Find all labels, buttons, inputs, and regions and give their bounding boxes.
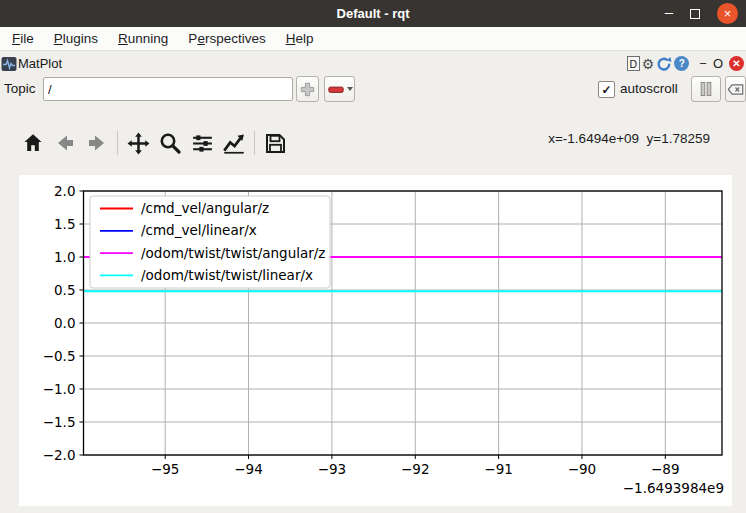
y-tick-label: −0.5 (43, 348, 76, 364)
legend-label: /odom/twist/twist/linear/x (141, 267, 313, 283)
plugin-minimize-button[interactable]: − (699, 56, 707, 71)
matplot-plugin-header: MatPlot D ⚙ ? − O ✕ (0, 52, 746, 75)
topic-input[interactable] (43, 77, 293, 101)
waveform-icon (1, 56, 17, 72)
magnifier-icon (158, 131, 182, 155)
menu-running[interactable]: Running (108, 31, 178, 46)
sliders-icon (190, 131, 215, 156)
titlebar[interactable]: Default - rqt – × (0, 0, 746, 27)
legend-label: /odom/twist/twist/angular/z (141, 245, 325, 261)
clear-button[interactable] (725, 76, 746, 102)
save-button[interactable] (260, 128, 290, 158)
y-tick-label: 0.5 (54, 282, 75, 298)
y-tick-label: 2.0 (54, 183, 75, 199)
home-icon (21, 131, 45, 155)
pause-icon (698, 81, 714, 97)
plugin-dock-button[interactable]: D (627, 56, 640, 71)
plot-canvas[interactable]: −95−94−93−92−91−90−892.01.51.00.50.0−0.5… (19, 175, 732, 506)
menu-file[interactable]: File (2, 31, 44, 46)
y-tick-label: −1.0 (43, 381, 76, 397)
window-maximize-button[interactable] (690, 9, 700, 19)
y-tick-label: 1.0 (54, 249, 75, 265)
reload-icon[interactable] (656, 56, 672, 72)
autoscroll-label: autoscroll (620, 81, 678, 96)
chevron-down-icon (347, 87, 353, 91)
window-close-button[interactable]: × (717, 3, 738, 24)
plus-icon (298, 80, 317, 99)
pan-button[interactable] (123, 128, 153, 158)
x-tick-label: −90 (568, 461, 597, 477)
window-title: Default - rqt (0, 0, 746, 27)
forward-button[interactable] (82, 128, 112, 158)
back-button[interactable] (50, 128, 80, 158)
legend-label: /cmd_vel/linear/x (141, 222, 257, 238)
move-icon (126, 131, 151, 156)
menubar: File Plugins Running Perspectives Help (0, 27, 746, 51)
menu-help[interactable]: Help (276, 31, 324, 46)
home-button[interactable] (18, 128, 48, 158)
add-topic-button[interactable] (296, 76, 319, 102)
y-tick-label: −1.5 (43, 414, 76, 430)
legend: /cmd_vel/angular/z/cmd_vel/linear/x/odom… (90, 196, 330, 288)
y-tick-label: 1.5 (54, 216, 75, 232)
backspace-icon (727, 83, 744, 96)
legend-label: /cmd_vel/angular/z (141, 200, 269, 216)
y-tick-label: 0.0 (54, 315, 75, 331)
x-tick-label: −94 (234, 461, 263, 477)
cursor-coordinates: x=-1.6494e+09 y=1.78259 (548, 131, 710, 146)
autoscroll-checkbox[interactable]: ✓ (598, 81, 615, 98)
remove-topic-button[interactable] (324, 76, 355, 102)
floppy-icon (263, 131, 287, 155)
window-minimize-button[interactable]: – (665, 7, 673, 17)
line-chart-icon (221, 130, 247, 156)
zoom-button[interactable] (155, 128, 185, 158)
gear-icon[interactable]: ⚙ (642, 57, 655, 71)
pause-button[interactable] (691, 76, 721, 102)
plugin-close-button[interactable]: ✕ (729, 56, 744, 71)
figure: −95−94−93−92−91−90−892.01.51.00.50.0−0.5… (19, 175, 732, 506)
menu-plugins[interactable]: Plugins (44, 31, 108, 46)
toolbar-separator (117, 131, 118, 155)
plugin-title: MatPlot (18, 56, 62, 71)
mpl-toolbar (18, 127, 292, 159)
x-tick-label: −95 (151, 461, 180, 477)
x-tick-label: −91 (484, 461, 513, 477)
toolbar-separator (254, 131, 255, 155)
topic-label: Topic (4, 81, 36, 96)
minus-icon (327, 80, 346, 99)
menu-perspectives[interactable]: Perspectives (178, 31, 275, 46)
x-tick-label: −89 (651, 461, 680, 477)
arrow-right-icon (85, 131, 109, 155)
y-tick-label: −2.0 (43, 447, 76, 463)
x-tick-label: −92 (401, 461, 430, 477)
x-offset-label: −1.6493984e9 (623, 480, 724, 496)
topic-bar: Topic ✓ autoscroll (0, 76, 746, 104)
subplots-button[interactable] (187, 128, 217, 158)
rqt-window: Default - rqt – × File Plugins Running P… (0, 0, 746, 513)
customize-button[interactable] (219, 128, 249, 158)
help-icon[interactable]: ? (674, 56, 689, 71)
plugin-float-button[interactable]: O (713, 56, 723, 71)
arrow-left-icon (53, 131, 77, 155)
x-tick-label: −93 (318, 461, 347, 477)
